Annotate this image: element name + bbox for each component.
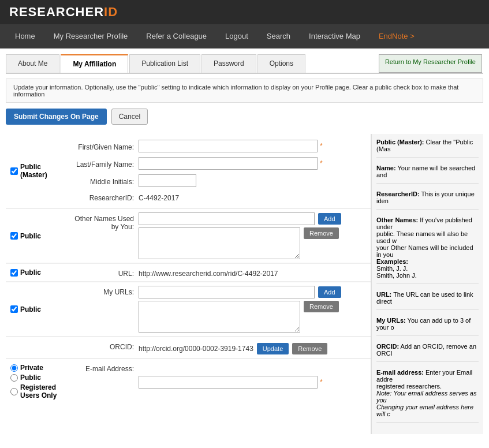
last-name-input[interactable] bbox=[139, 157, 318, 170]
email-input[interactable] bbox=[139, 376, 318, 389]
tab-my-affiliation[interactable]: My Affiliation bbox=[61, 54, 128, 73]
tab-options[interactable]: Options bbox=[257, 54, 305, 73]
researcher-id-value: C-4492-2017 bbox=[139, 192, 179, 202]
other-names-remove-button[interactable]: Remove bbox=[304, 227, 339, 239]
my-urls-row: Public My URLs: Add Remove bbox=[6, 282, 371, 337]
submit-changes-button[interactable]: Submit Changes On Page bbox=[6, 109, 107, 125]
my-urls-textarea-row: Remove bbox=[139, 301, 341, 333]
other-names-textarea-row: Remove bbox=[139, 227, 341, 259]
my-urls-checkbox[interactable] bbox=[10, 305, 18, 313]
help-name: Name: Your name will be searched and bbox=[376, 165, 479, 184]
last-name-row: Last/Family Name: * bbox=[64, 155, 371, 172]
nav-interactive-map[interactable]: Interactive Map bbox=[300, 24, 369, 48]
cancel-button[interactable]: Cancel bbox=[111, 109, 148, 125]
nav-home[interactable]: Home bbox=[6, 24, 44, 48]
name-fields-group: First/Given Name: * Last/Family Name: * … bbox=[64, 137, 371, 204]
first-name-input[interactable] bbox=[139, 140, 318, 152]
email-label: E-mail Address: bbox=[64, 363, 139, 400]
info-bar: Update your information. Optionally, use… bbox=[6, 79, 483, 103]
help-other-names-text: If you've published underpublic. These n… bbox=[376, 216, 473, 279]
email-private-label: Private bbox=[10, 364, 57, 372]
email-row: Private Public RegisteredUsers Only E-ma… bbox=[6, 359, 371, 403]
nav-search[interactable]: Search bbox=[257, 24, 300, 48]
tab-bar: About Me My Affiliation Publication List… bbox=[6, 54, 483, 74]
other-names-textarea[interactable] bbox=[139, 227, 300, 259]
help-orcid: ORCID: Add an ORCID, remove an ORCI bbox=[376, 343, 479, 362]
researcher-id-row: ResearcherID: C-4492-2017 bbox=[64, 189, 371, 204]
my-urls-label: My URLs: bbox=[64, 286, 139, 333]
help-email: E-mail address: Enter your Email addrere… bbox=[376, 369, 479, 423]
email-registered-label: RegisteredUsers Only bbox=[10, 383, 57, 400]
public-master-check-area: Public(Master) bbox=[6, 137, 64, 204]
email-public-radio[interactable] bbox=[10, 374, 18, 382]
nav-refer-colleague[interactable]: Refer a Colleague bbox=[137, 24, 216, 48]
url-check-area: Public bbox=[6, 267, 64, 278]
help-other-names: Other Names: If you've published underpu… bbox=[376, 216, 479, 284]
email-input-area: * bbox=[139, 363, 323, 400]
other-names-add-button[interactable]: Add bbox=[318, 213, 341, 225]
help-email-title: E-mail address: bbox=[376, 369, 424, 376]
help-url: URL: The URL can be used to link direct bbox=[376, 291, 479, 310]
last-name-label: Last/Family Name: bbox=[64, 158, 139, 169]
help-public-master-title: Public (Master): bbox=[376, 139, 424, 145]
my-urls-textarea[interactable] bbox=[139, 301, 300, 333]
help-name-title: Name: bbox=[376, 165, 396, 171]
last-name-required: * bbox=[320, 159, 323, 167]
url-label: URL: bbox=[64, 267, 139, 278]
nav-my-researcher-profile[interactable]: My Researcher Profile bbox=[44, 24, 137, 48]
tab-return-profile[interactable]: Return to My Researcher Profile bbox=[379, 54, 482, 73]
email-public-label: Public bbox=[10, 374, 57, 382]
my-urls-public-label: Public bbox=[20, 305, 41, 313]
middle-initials-input[interactable] bbox=[139, 174, 196, 187]
help-email-note: Note: Your email address serves as youCh… bbox=[376, 390, 476, 417]
orcid-remove-button[interactable]: Remove bbox=[292, 343, 327, 354]
email-private-radio[interactable] bbox=[10, 364, 18, 372]
email-radio-area: Private Public RegisteredUsers Only bbox=[6, 363, 64, 400]
first-name-label: First/Given Name: bbox=[64, 141, 139, 151]
other-names-label: Other Names Usedby You: bbox=[64, 212, 139, 259]
nav-endnote[interactable]: EndNote > bbox=[369, 24, 424, 48]
help-researcher-id: ResearcherID: This is your unique iden bbox=[376, 191, 479, 210]
researcher-id-label: ResearcherID: bbox=[64, 192, 139, 202]
my-urls-inputs: Add Remove bbox=[139, 286, 341, 333]
my-urls-input[interactable] bbox=[139, 286, 315, 298]
url-checkbox[interactable] bbox=[10, 269, 18, 277]
tab-password[interactable]: Password bbox=[201, 54, 256, 73]
main-content: About Me My Affiliation Publication List… bbox=[0, 54, 489, 446]
orcid-update-button[interactable]: Update bbox=[257, 343, 289, 354]
logo-id: ID bbox=[104, 5, 118, 19]
public-master-row: Public(Master) First/Given Name: * Last/… bbox=[6, 134, 371, 208]
nav-logout[interactable]: Logout bbox=[216, 24, 257, 48]
email-registered-radio[interactable] bbox=[10, 388, 18, 395]
url-value: http://www.researcherid.com/rid/C-4492-2… bbox=[139, 267, 278, 278]
other-names-input[interactable] bbox=[139, 212, 315, 225]
public-master-checkbox[interactable] bbox=[10, 167, 18, 175]
help-other-names-title: Other Names: bbox=[376, 216, 418, 223]
form: Public(Master) First/Given Name: * Last/… bbox=[6, 134, 371, 434]
help-panel: Public (Master): Clear the "Public (Mas … bbox=[371, 134, 483, 434]
my-urls-check-area: Public bbox=[6, 286, 64, 333]
other-names-inputs: Add Remove bbox=[139, 212, 341, 259]
url-row: Public URL: http://www.researcherid.com/… bbox=[6, 263, 371, 282]
other-names-checkbox[interactable] bbox=[10, 232, 18, 240]
other-names-row: Public Other Names Usedby You: Add Remov… bbox=[6, 208, 371, 263]
help-researcher-id-title: ResearcherID: bbox=[376, 191, 420, 197]
tab-publication-list[interactable]: Publication List bbox=[129, 54, 200, 73]
first-name-row: First/Given Name: * bbox=[64, 137, 371, 155]
tab-about-me[interactable]: About Me bbox=[6, 54, 59, 73]
help-url-title: URL: bbox=[376, 291, 391, 298]
my-urls-input-row: Add bbox=[139, 286, 341, 298]
orcid-value-area: http://orcid.org/0000-0002-3919-1743 Upd… bbox=[139, 341, 327, 354]
orcid-value: http://orcid.org/0000-0002-3919-1743 bbox=[139, 345, 253, 353]
content-area: Public(Master) First/Given Name: * Last/… bbox=[6, 134, 483, 434]
middle-initials-row: Middle Initials: bbox=[64, 172, 371, 189]
logo-researcher: RESEARCHER bbox=[9, 5, 104, 19]
my-urls-add-button[interactable]: Add bbox=[318, 286, 341, 298]
my-urls-remove-button[interactable]: Remove bbox=[304, 301, 339, 312]
logo: RESEARCHERID bbox=[9, 5, 118, 20]
other-names-input-row: Add bbox=[139, 212, 341, 225]
url-public-label: Public bbox=[20, 268, 41, 277]
other-names-public-label: Public bbox=[20, 232, 41, 240]
header: RESEARCHERID bbox=[0, 0, 489, 24]
orcid-label: ORCID: bbox=[64, 341, 139, 354]
